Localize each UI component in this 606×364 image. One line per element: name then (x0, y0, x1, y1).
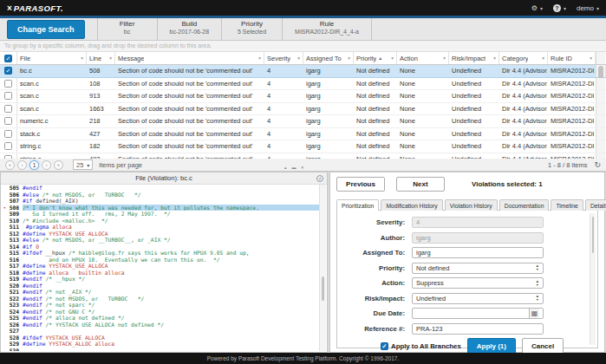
due-date-input[interactable] (416, 309, 529, 317)
grid-scrollbar[interactable] (596, 52, 605, 64)
column-header-priority[interactable]: Priority▲▾ (354, 52, 397, 64)
column-header-action[interactable]: Action▾ (397, 52, 449, 64)
column-menu-icon[interactable]: ▾ (79, 55, 83, 61)
column-header-category[interactable]: Category▾ (499, 52, 548, 64)
tab-prioritization[interactable]: Prioritization (336, 199, 379, 211)
select-all-checkbox[interactable]: ✓ (4, 55, 12, 62)
tab-documentation[interactable]: Documentation (499, 199, 550, 211)
criteria-rule[interactable]: RuleMISRA2012-DIR_4_4-a (283, 18, 372, 40)
violation-row[interactable]: stack.c427Section of code should not be … (0, 128, 606, 141)
column-header-line[interactable]: Line▾ (87, 52, 115, 64)
page-size-select[interactable]: 25 ▾ (73, 159, 93, 170)
cell-priority: Not defined (354, 90, 397, 102)
risk-impact-select[interactable]: Undefined ▲▾ (412, 293, 544, 304)
column-menu-icon[interactable]: ▾ (492, 55, 496, 61)
splitter-collapse-down-icon[interactable]: ▾ (302, 165, 304, 170)
line-text: #define YYSTACK_USE_ALLOCA (23, 231, 319, 237)
cell-category: Dir 4.4 (Advisor... (499, 78, 548, 90)
refresh-icon[interactable]: ↻ (594, 160, 601, 169)
settings-menu[interactable]: ⚙ ▾ (531, 4, 543, 12)
detail-scrollbar-thumb[interactable] (592, 217, 594, 253)
grid-scrollbar[interactable] (596, 115, 605, 127)
criteria-priority[interactable]: Priority5 Selected (222, 18, 283, 40)
column-header-risk[interactable]: Risk/Impact▾ (449, 52, 499, 64)
column-menu-icon[interactable]: ▾ (540, 55, 544, 61)
row-checkbox[interactable]: ✓ (4, 67, 12, 75)
column-menu-icon[interactable]: ▾ (257, 55, 261, 61)
pager-first-button[interactable]: « (5, 160, 15, 170)
row-checkbox[interactable] (4, 105, 12, 113)
violation-row[interactable]: scan.c913Section of code should not be '… (0, 90, 606, 103)
user-menu[interactable]: demo ▾ (577, 4, 599, 12)
info-icon[interactable]: i (316, 175, 323, 182)
tab-violation-history[interactable]: Violation History (445, 199, 498, 211)
logo-x-icon: × (7, 3, 12, 13)
line-text: #endif /* not MSDOS, or __TURBOC__ */ (23, 296, 319, 302)
violation-row[interactable]: scan.c1663Section of code should not be … (0, 103, 606, 116)
grid-scrollbar[interactable] (596, 103, 605, 115)
column-header-assigned[interactable]: Assigned To▾ (303, 52, 354, 64)
calendar-icon[interactable]: ▦ (529, 309, 539, 319)
row-checkbox[interactable] (4, 142, 12, 150)
cell-assigned: igarg (303, 65, 354, 77)
reference-field-wrap (412, 323, 544, 335)
tab-timeline[interactable]: Timeline (551, 199, 583, 211)
row-checkbox[interactable] (4, 92, 12, 100)
cell-severity: 4 (264, 140, 303, 153)
cell-category: Dir 4.4 (Advisor... (499, 128, 548, 140)
code-scrollbar[interactable] (319, 185, 326, 351)
column-header-severity[interactable]: Severity▾ (264, 52, 303, 64)
column-menu-icon[interactable]: ▾ (588, 55, 592, 61)
column-menu-icon[interactable]: ▾ (346, 55, 350, 61)
grid-scrollbar[interactable] (596, 140, 605, 153)
row-checkbox[interactable] (4, 80, 12, 88)
violation-row[interactable]: scan.c108Section of code should not be '… (0, 78, 606, 91)
column-header-rule[interactable]: Rule ID▾ (548, 52, 596, 64)
previous-button[interactable]: Previous (336, 177, 385, 192)
grid-scrollbar[interactable] (596, 128, 605, 140)
cell-severity: 4 (264, 90, 303, 102)
next-button[interactable]: Next (396, 177, 445, 192)
help-menu[interactable]: ? ▾ (553, 4, 566, 12)
apply-all-branches-checkbox[interactable]: ✓ (381, 342, 388, 350)
column-header-file[interactable]: File▾ (17, 52, 87, 64)
pager-prev-button[interactable]: ‹ (17, 160, 27, 170)
chevron-down-icon: ▾ (596, 5, 599, 11)
column-menu-icon[interactable]: ▾ (296, 55, 300, 61)
tab-modification-history[interactable]: Modification History (381, 199, 442, 211)
select-spinner-icon: ▲▾ (533, 280, 539, 286)
criteria-filter[interactable]: Filterbc (97, 18, 158, 40)
grid-scrollbar[interactable] (596, 90, 605, 102)
cell-assigned: igarg (303, 140, 354, 153)
pager-next-button[interactable]: › (42, 160, 51, 170)
column-menu-icon[interactable]: ▾ (441, 55, 446, 61)
group-by-bar[interactable]: To group by a specific column, drag and … (0, 41, 606, 52)
column-menu-icon[interactable]: ▾ (389, 55, 394, 61)
line-text: #define alloca __builtin_alloca (23, 270, 319, 276)
splitter-collapse-up-icon[interactable]: ▴ (284, 165, 287, 170)
gutter-spacer (1, 224, 8, 231)
reference-input[interactable] (416, 325, 539, 333)
code-scrollbar-thumb[interactable] (322, 276, 324, 301)
row-checkbox[interactable] (4, 130, 12, 138)
change-search-button[interactable]: Change Search (7, 20, 85, 39)
grid-scrollbar[interactable] (596, 78, 605, 90)
row-checkbox[interactable] (4, 117, 12, 125)
column-header-message[interactable]: Message▾ (115, 52, 264, 64)
action-select[interactable]: Suppress ▲▾ (412, 277, 544, 289)
violation-row[interactable]: string.c182Section of code should not be… (0, 140, 606, 153)
pager-page-1-button[interactable]: 1 (29, 160, 39, 170)
tab-details[interactable]: Details (585, 199, 606, 211)
violation-row[interactable]: ✓bc.c508Section of code should not be 'c… (0, 65, 606, 78)
assigned-to-input[interactable] (416, 249, 539, 257)
column-menu-icon[interactable]: ▾ (108, 55, 112, 61)
violation-row[interactable]: numeric.c218Section of code should not b… (0, 115, 606, 128)
priority-select[interactable]: Not defined ▲▾ (412, 263, 544, 274)
page-size-value: 25 (76, 161, 83, 169)
criteria-build[interactable]: Buildbc-2017-06-28 (158, 18, 223, 40)
apply-all-branches: ✓ Apply to All Branches (381, 342, 461, 350)
pager-last-button[interactable]: » (54, 160, 63, 170)
detail-scrollbar[interactable] (590, 213, 596, 345)
splitter-handle-icon[interactable]: ▬ (292, 165, 296, 170)
grid-scrollbar[interactable] (596, 65, 605, 77)
